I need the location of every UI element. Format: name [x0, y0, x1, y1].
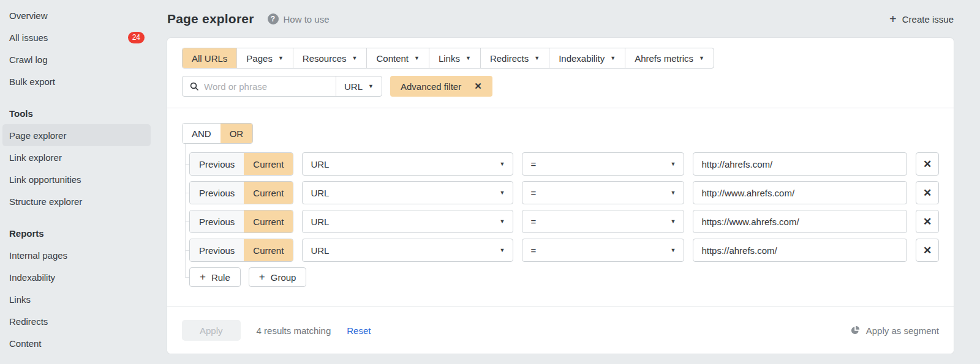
current-toggle[interactable]: Current: [244, 210, 293, 232]
current-toggle[interactable]: Current: [244, 153, 293, 175]
apply-as-segment-button[interactable]: Apply as segment: [850, 325, 939, 336]
delete-rule-button[interactable]: ✕: [916, 210, 939, 233]
filter-tab-group: All URLs Pages ▼ Resources ▼ Content ▼: [182, 48, 714, 69]
sidebar-item-label: Structure explorer: [9, 196, 82, 207]
operator-value: =: [530, 245, 536, 256]
previous-toggle[interactable]: Previous: [190, 153, 244, 175]
current-toggle[interactable]: Current: [244, 182, 293, 204]
tab-all-urls[interactable]: All URLs: [183, 48, 236, 68]
rule-row: Previous Current URL ▼ = ▼: [189, 181, 939, 204]
tab-label: Redirects: [490, 53, 529, 64]
rule-value-input[interactable]: [693, 239, 907, 262]
how-to-use-link[interactable]: ? How to use: [268, 13, 330, 24]
sidebar-item-all-issues[interactable]: All issues 24: [2, 26, 151, 48]
tab-ahrefs-metrics[interactable]: Ahrefs metrics ▼: [625, 48, 714, 68]
create-issue-button[interactable]: + Create issue: [889, 13, 954, 25]
sidebar-item-content[interactable]: Content: [2, 332, 151, 354]
field-value: URL: [311, 245, 329, 256]
sidebar-item-link-opportunities[interactable]: Link opportunities: [2, 168, 151, 190]
chevron-down-icon: ▼: [278, 55, 284, 61]
and-toggle[interactable]: AND: [183, 124, 221, 143]
chevron-down-icon: ▼: [670, 190, 676, 196]
plus-icon: +: [889, 13, 897, 25]
search-scope-select[interactable]: URL ▼: [336, 76, 382, 96]
sidebar-item-crawl-log[interactable]: Crawl log: [2, 48, 151, 70]
how-to-use-label: How to use: [284, 14, 330, 24]
chevron-down-icon: ▼: [670, 161, 676, 167]
current-toggle[interactable]: Current: [244, 239, 293, 261]
rule-value-input[interactable]: [693, 181, 907, 204]
delete-rule-button[interactable]: ✕: [916, 239, 939, 262]
sidebar-item-internal-pages[interactable]: Internal pages: [2, 244, 151, 266]
tab-indexability[interactable]: Indexability ▼: [549, 48, 625, 68]
sidebar-item-links[interactable]: Links: [2, 288, 151, 310]
plus-icon: +: [200, 271, 206, 283]
field-select[interactable]: URL ▼: [302, 239, 513, 262]
current-label: Current: [253, 245, 284, 256]
operator-select[interactable]: = ▼: [522, 152, 684, 176]
chevron-down-icon: ▼: [368, 83, 374, 89]
tab-pages[interactable]: Pages ▼: [236, 48, 292, 68]
chevron-down-icon: ▼: [610, 55, 616, 61]
close-icon[interactable]: ✕: [474, 81, 482, 92]
scope-value: URL: [344, 81, 363, 92]
version-toggle: Previous Current: [189, 181, 293, 204]
sidebar-item-page-explorer[interactable]: Page explorer: [2, 124, 151, 146]
sidebar-item-overview[interactable]: Overview: [2, 4, 151, 26]
delete-rule-button[interactable]: ✕: [916, 152, 939, 176]
sidebar-item-structure-explorer[interactable]: Structure explorer: [2, 190, 151, 212]
operator-select[interactable]: = ▼: [522, 239, 684, 262]
tab-label: Indexability: [559, 53, 605, 64]
sidebar-item-label: Link explorer: [9, 152, 62, 163]
chevron-down-icon: ▼: [699, 55, 704, 61]
or-toggle[interactable]: OR: [221, 124, 253, 143]
delete-rule-button[interactable]: ✕: [916, 181, 939, 204]
tab-redirects[interactable]: Redirects ▼: [480, 48, 549, 68]
filter-section: All URLs Pages ▼ Resources ▼ Content ▼: [167, 38, 954, 108]
field-select[interactable]: URL ▼: [302, 152, 513, 176]
previous-toggle[interactable]: Previous: [190, 210, 244, 232]
version-toggle: Previous Current: [189, 152, 293, 176]
add-rule-button[interactable]: + Rule: [189, 267, 241, 287]
sidebar-item-indexability[interactable]: Indexability: [2, 266, 151, 288]
previous-label: Previous: [199, 217, 235, 227]
operator-select[interactable]: = ▼: [522, 210, 684, 233]
advanced-filter-button[interactable]: Advanced filter ✕: [390, 76, 492, 97]
apply-button[interactable]: Apply: [182, 320, 241, 341]
chevron-down-icon: ▼: [534, 55, 540, 61]
sidebar-item-bulk-export[interactable]: Bulk export: [2, 70, 151, 92]
rule-value-input[interactable]: [693, 210, 907, 233]
and-label: AND: [192, 128, 211, 139]
field-select[interactable]: URL ▼: [302, 210, 513, 233]
or-label: OR: [230, 128, 244, 139]
tab-content[interactable]: Content ▼: [366, 48, 428, 68]
sidebar-item-label: Crawl log: [9, 54, 48, 65]
chevron-down-icon: ▼: [670, 218, 676, 225]
page-explorer-card: All URLs Pages ▼ Resources ▼ Content ▼: [167, 38, 954, 354]
previous-label: Previous: [199, 188, 235, 198]
rule-value-input[interactable]: [693, 152, 907, 176]
sidebar-item-redirects[interactable]: Redirects: [2, 310, 151, 332]
operator-select[interactable]: = ▼: [522, 181, 684, 204]
advanced-filter-label: Advanced filter: [401, 81, 461, 92]
field-select[interactable]: URL ▼: [302, 181, 513, 204]
previous-label: Previous: [199, 159, 235, 169]
main-area: Page explorer ? How to use + Create issu…: [153, 0, 980, 364]
close-icon: ✕: [923, 244, 932, 257]
tab-links[interactable]: Links ▼: [429, 48, 480, 68]
previous-toggle[interactable]: Previous: [190, 182, 244, 204]
question-icon: ?: [268, 13, 279, 24]
reset-link[interactable]: Reset: [347, 325, 371, 336]
sidebar-item-link-explorer[interactable]: Link explorer: [2, 146, 151, 168]
search-input[interactable]: [204, 81, 336, 92]
add-group-button[interactable]: + Group: [249, 267, 307, 287]
search-row: URL ▼ Advanced filter ✕: [182, 76, 939, 97]
search-group: URL ▼: [182, 76, 382, 97]
tab-label: Pages: [246, 53, 273, 64]
sidebar-heading-tools: Tools: [2, 102, 151, 124]
version-toggle: Previous Current: [189, 210, 293, 233]
previous-toggle[interactable]: Previous: [190, 239, 244, 261]
page-header: Page explorer ? How to use + Create issu…: [167, 0, 954, 38]
tab-resources[interactable]: Resources ▼: [293, 48, 367, 68]
add-row: + Rule + Group: [189, 267, 939, 287]
